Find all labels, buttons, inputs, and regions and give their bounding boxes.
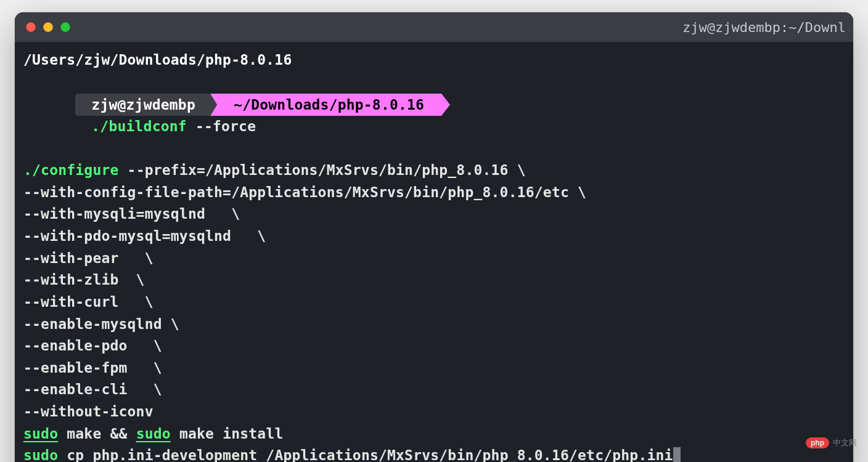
configure-line-0: ./configure --prefix=/Applications/MxSrv… (23, 160, 845, 182)
watermark: php 中文网 (806, 437, 857, 448)
configure-line-11: --without-iconv (23, 401, 845, 423)
traffic-lights (26, 22, 70, 32)
configure-line-5: --with-zlib \ (23, 269, 845, 291)
minimize-icon[interactable] (43, 22, 53, 32)
configure-line-2: --with-mysqli=mysqlnd \ (23, 203, 845, 225)
cursor-icon (673, 447, 681, 462)
zoom-icon[interactable] (60, 22, 70, 32)
configure-line-9: --enable-fpm \ (23, 357, 845, 379)
cp-cmd: cp (58, 447, 92, 462)
sudo-2: sudo (136, 426, 171, 442)
prompt-path: ~/Downloads/php-8.0.16 (210, 94, 441, 116)
close-icon[interactable] (26, 22, 36, 32)
titlebar[interactable]: zjw@zjwdembp:~/Downl (15, 12, 853, 42)
install: install (223, 426, 283, 442)
prompt-path-text: ~/Downloads/php-8.0.16 (234, 97, 424, 113)
window-title: zjw@zjwdembp:~/Downl (682, 20, 846, 35)
sudo-1: sudo (23, 426, 58, 442)
watermark-badge: php (806, 437, 829, 448)
cp-dest: /Applications/MxSrvs/bin/php_8.0.16/etc/… (257, 447, 673, 462)
configure-line-1: --with-config-file-path=/Applications/Mx… (23, 182, 845, 204)
prompt-line: zjw@zjwdembp ~/Downloads/php-8.0.16 ./bu… (23, 71, 845, 160)
configure-line-10: --enable-cli \ (23, 379, 845, 401)
configure-line-7: --enable-mysqlnd \ (23, 314, 845, 336)
configure-line-3: --with-pdo-mysql=mysqlnd \ (23, 225, 845, 248)
terminal-window: zjw@zjwdembp:~/Downl /Users/zjw/Download… (15, 12, 853, 462)
sudo-3: sudo (23, 447, 58, 462)
configure-args-0: --prefix=/Applications/MxSrvs/bin/php_8.… (119, 162, 526, 178)
terminal-body[interactable]: /Users/zjw/Downloads/php-8.0.16 zjw@zjwd… (15, 42, 853, 462)
make-1: make (58, 426, 110, 442)
configure-cmd: ./configure (23, 162, 119, 178)
prompt-user: zjw@zjwdembp (75, 94, 210, 116)
buildconf-cmd: ./buildconf --force (91, 118, 256, 134)
cp-src: php.ini-development (92, 447, 257, 462)
make-2: make (171, 426, 223, 442)
buildconf-args: --force (187, 118, 256, 134)
prompt: zjw@zjwdembp ~/Downloads/php-8.0.16 (75, 94, 441, 116)
configure-line-6: --with-curl \ (23, 291, 845, 314)
amp: && (110, 426, 136, 442)
make-line: sudo make && sudo make install (23, 423, 845, 445)
prompt-user-text: zjw@zjwdembp (91, 97, 195, 113)
pwd-line: /Users/zjw/Downloads/php-8.0.16 (23, 49, 845, 71)
buildconf-name: ./buildconf (91, 118, 187, 134)
watermark-text: 中文网 (833, 437, 857, 448)
configure-line-4: --with-pear \ (23, 248, 845, 270)
configure-line-8: --enable-pdo \ (23, 335, 845, 357)
cp-line: sudo cp php.ini-development /Application… (23, 445, 845, 462)
